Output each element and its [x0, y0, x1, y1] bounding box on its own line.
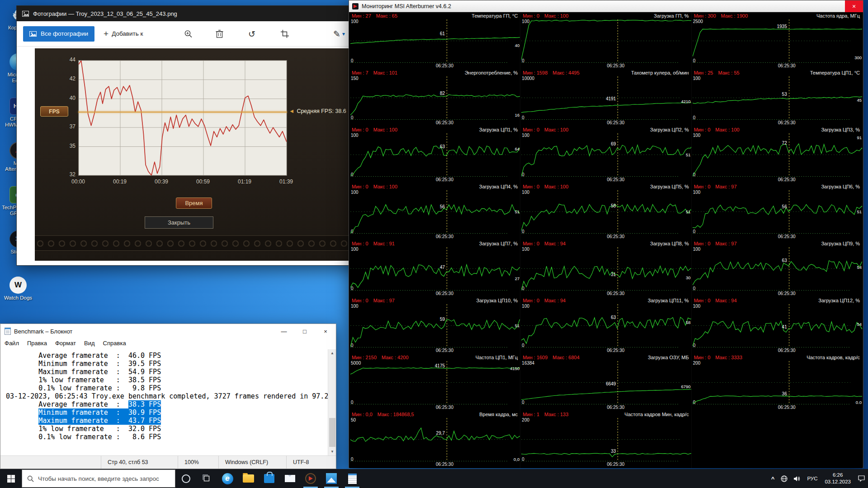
zoom-button[interactable] — [184, 29, 193, 38]
ab-timestamp: 06:25:30 — [436, 462, 453, 467]
taskbar-app-edge[interactable]: e — [217, 469, 238, 488]
ab-minmax-label: Мин : 0 Макс : 97 — [694, 241, 737, 246]
ab-graph-panel: Мин : 0 Макс : 100Загрузка ЦП4, %1000565… — [349, 183, 520, 240]
ab-plot — [693, 133, 863, 176]
ab-cursor-line — [447, 418, 447, 461]
desktop-icon-label: Watch Dogs — [4, 295, 32, 301]
edit-button[interactable]: ✎ ▾ — [333, 28, 345, 39]
ab-timestamp: 06:25:30 — [607, 177, 624, 182]
cortana-button[interactable] — [175, 469, 196, 488]
close-button[interactable]: × — [315, 324, 336, 338]
ab-cursor-value: 29,7 — [428, 431, 445, 436]
ab-baseline — [350, 404, 508, 404]
notepad-icon — [348, 474, 357, 484]
ab-cursor-value: 56 — [428, 204, 445, 209]
desktop-icon-watch-dogs[interactable]: WWatch Dogs — [1, 277, 35, 301]
volume-icon[interactable] — [791, 469, 804, 488]
ab-graph-panel: Мин : 0 Макс : 100Загрузка ГП, %100006:2… — [520, 13, 691, 70]
taskbar-app-file-explorer[interactable] — [238, 469, 259, 488]
ab-plot — [693, 247, 863, 290]
ab-graph-title: Загрузка ЦП1, % — [479, 127, 518, 132]
taskbar-app-notepad[interactable] — [342, 469, 363, 488]
action-center-icon[interactable] — [855, 469, 868, 488]
photos-icon — [326, 473, 337, 484]
ab-current-value: 54 — [850, 265, 862, 270]
ab-baseline — [350, 461, 508, 461]
notepad-text-segment: Minimum framerate : 30.9 FPS — [38, 408, 161, 417]
afterburner-titlebar[interactable]: Мониторинг MSI Afterburner v4.6.2 × — [349, 0, 863, 12]
crop-button[interactable] — [281, 30, 289, 38]
ab-graph-panel: Мин : 0 Макс : 97Загрузка ЦП10, %1000595… — [349, 297, 520, 354]
notepad-titlebar[interactable]: Benchmark – Блокнот — □ × — [0, 324, 336, 338]
start-button[interactable] — [0, 469, 22, 488]
ab-current-value: 91 — [850, 135, 862, 140]
menu-item-help[interactable]: Справка — [99, 338, 130, 349]
ab-plot — [350, 304, 520, 347]
taskbar-app-store[interactable] — [259, 469, 279, 488]
ab-timestamp: 06:25:30 — [607, 291, 624, 296]
ab-minmax-label: Мин : 0 Макс : 3333 — [694, 355, 742, 360]
pinned-apps: e — [217, 469, 363, 488]
afterburner-icon — [305, 473, 316, 484]
ab-cursor-line — [618, 133, 618, 176]
scroll-down-icon[interactable]: ▼ — [328, 448, 336, 455]
menu-item-format[interactable]: Формат — [51, 338, 80, 349]
cortana-icon — [182, 474, 190, 483]
menu-item-edit[interactable]: Правка — [23, 338, 51, 349]
taskbar-app-photos[interactable] — [321, 469, 342, 488]
notepad-text-segment: 0.1% low framerate : 8.6 FPS — [6, 433, 161, 441]
tray-chevron-icon[interactable]: ^ — [768, 469, 778, 488]
rotate-button[interactable]: ↺ — [248, 28, 255, 39]
ab-cursor-line — [789, 304, 789, 347]
ab-cursor-value: 72 — [770, 141, 787, 145]
notepad-window: Benchmark – Блокнот — □ × ФайлПравкаФорм… — [0, 324, 336, 469]
menu-item-file[interactable]: Файл — [0, 338, 23, 349]
windows-logo-icon — [7, 475, 15, 483]
menu-item-view[interactable]: Вид — [80, 338, 99, 349]
fps-chart-plot — [78, 60, 287, 176]
fps-x-tick: 00:59 — [192, 178, 214, 185]
maximize-button[interactable]: □ — [294, 324, 315, 338]
clock[interactable]: 6:26 03.12.2023 — [821, 469, 855, 488]
ab-baseline — [521, 119, 679, 120]
ab-cursor-line — [618, 361, 618, 404]
ab-graph-title: Загрузка ЦП3, % — [821, 127, 860, 132]
ab-graph-panel: Мин : 0 Макс : 94Загрузка ЦП8, %10003130… — [520, 240, 691, 297]
scrollbar-thumb[interactable] — [329, 418, 335, 447]
tray-time: 6:26 — [833, 472, 843, 479]
photos-window-title: Фотографии — Troy_2023_12_03_06_25_45_24… — [33, 10, 177, 17]
ab-graph-title: Загрузка ЦП7, % — [479, 241, 518, 246]
ab-plot — [350, 418, 520, 461]
scroll-up-icon[interactable]: ▲ — [328, 349, 336, 357]
notepad-text-area[interactable]: Average framerate : 46.0 FPS Minimum fra… — [0, 349, 328, 455]
ab-current-value: 64 — [508, 146, 519, 151]
average-fps-label: Средняя FPS: 38.6 — [297, 108, 346, 114]
tray-date: 03.12.2023 — [825, 479, 851, 485]
notepad-line: Minimum framerate : 39.5 FPS — [6, 360, 328, 368]
ab-timestamp: 06:25:30 — [436, 291, 453, 296]
vertical-scrollbar[interactable]: ▲ ▼ — [328, 349, 336, 455]
add-to-button[interactable]: + Добавить к — [104, 29, 143, 38]
taskbar-search-input[interactable]: Чтобы начать поиск, введите здесь запрос — [22, 469, 175, 488]
system-tray: ^ РУС 6:26 03.12.2023 — [768, 469, 868, 488]
ab-cursor-value: 56 — [770, 204, 787, 209]
ab-plot — [521, 19, 691, 62]
task-view-button[interactable] — [196, 469, 217, 488]
taskbar-app-mail[interactable] — [279, 469, 300, 488]
fps-y-tick: 40 — [62, 95, 75, 101]
time-tab-button[interactable]: Время — [176, 197, 212, 209]
language-indicator[interactable]: РУС — [804, 469, 821, 488]
ab-timestamp: 06:25:30 — [778, 120, 796, 125]
benchmark-close-button[interactable]: Закрыть — [145, 216, 213, 229]
network-icon[interactable] — [778, 469, 791, 488]
minimize-button[interactable]: — — [274, 324, 294, 338]
close-button[interactable]: × — [845, 0, 863, 12]
ab-plot — [521, 304, 691, 347]
ab-current-value: 40 — [508, 43, 519, 48]
taskbar-app-afterburner[interactable] — [300, 469, 321, 488]
ab-graph-title: Время кадра, мс — [479, 412, 518, 417]
ab-graph-panel: Мин : 0 Макс : 100Загрузка ЦП1, %1000636… — [349, 127, 520, 183]
all-photos-tab[interactable]: Все фотографии — [23, 26, 94, 42]
ab-graph-title: Тахометр кулера, об/мин — [631, 70, 689, 75]
delete-button[interactable] — [216, 29, 223, 38]
